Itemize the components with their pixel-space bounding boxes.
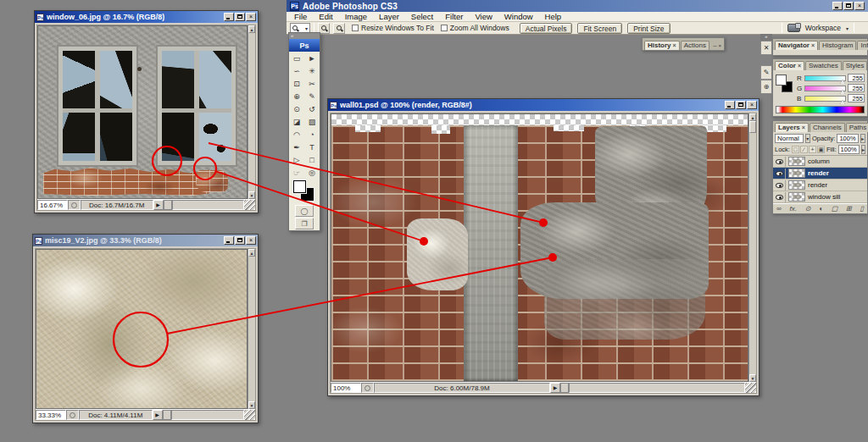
- shape-tool[interactable]: □: [304, 153, 320, 166]
- lock-transparency-icon[interactable]: □: [792, 146, 799, 153]
- new-layer-icon[interactable]: ⊞: [846, 205, 852, 213]
- channel-value-field[interactable]: 255: [848, 94, 865, 102]
- zoom-tool[interactable]: ◎: [304, 166, 320, 179]
- lasso-tool[interactable]: ∽: [289, 64, 304, 77]
- print-size-button[interactable]: Print Size: [627, 23, 670, 34]
- tab-history[interactable]: History×: [644, 41, 680, 50]
- tab-styles[interactable]: Styles: [843, 61, 868, 70]
- minimize-button[interactable]: [224, 236, 234, 245]
- scroll-thumb[interactable]: [749, 121, 756, 133]
- blend-mode-select[interactable]: Normal: [775, 134, 804, 143]
- visibility-toggle[interactable]: [774, 157, 786, 167]
- tab-layers[interactable]: Layers×: [775, 123, 809, 132]
- blend-mode-arrow-icon[interactable]: ▾: [805, 134, 810, 143]
- tab-navigator[interactable]: Navigator×: [775, 41, 818, 50]
- wall01-canvas[interactable]: [331, 113, 748, 382]
- channel-slider[interactable]: [804, 75, 846, 81]
- tab-color[interactable]: Color×: [775, 61, 804, 70]
- brush-tool[interactable]: ✎: [304, 90, 320, 102]
- layer-row[interactable]: column: [773, 156, 867, 168]
- menu-layer[interactable]: Layer: [373, 12, 405, 21]
- app-title-bar[interactable]: Ps Adobe Photoshop CS3 ×: [287, 0, 868, 12]
- tools-dock-icon[interactable]: ✕: [760, 41, 772, 55]
- app-minimize-button[interactable]: [832, 2, 843, 10]
- minimize-button[interactable]: [224, 13, 234, 21]
- tab-paths[interactable]: Paths: [846, 123, 868, 132]
- panel-minimize-icon[interactable]: ─: [713, 41, 716, 50]
- eraser-tool[interactable]: ◪: [289, 115, 304, 128]
- resize-grip[interactable]: [745, 383, 756, 393]
- maximize-button[interactable]: [235, 236, 245, 245]
- fill-arrow-icon[interactable]: ▸: [861, 145, 865, 154]
- go-to-bridge-icon[interactable]: [787, 24, 800, 32]
- blur-tool[interactable]: ◠: [289, 128, 304, 141]
- visibility-toggle[interactable]: [774, 192, 786, 202]
- status-menu-arrow-icon[interactable]: ▶: [550, 383, 560, 393]
- resize-grip[interactable]: [244, 200, 255, 210]
- dock-collapse-icon[interactable]: «: [760, 34, 772, 41]
- visibility-toggle[interactable]: [774, 180, 786, 191]
- layer-row[interactable]: window sill: [773, 191, 867, 203]
- pen-tool[interactable]: ✒: [289, 141, 304, 153]
- channel-value-field[interactable]: 255: [848, 84, 865, 92]
- lock-all-icon[interactable]: ▣: [817, 146, 825, 153]
- status-menu-arrow-icon[interactable]: ▶: [153, 200, 164, 210]
- opacity-arrow-icon[interactable]: ▸: [860, 134, 865, 143]
- quick-mask-button[interactable]: ◯: [295, 205, 314, 217]
- visibility-toggle[interactable]: [774, 169, 786, 179]
- panel-close-icon[interactable]: ×: [718, 41, 721, 50]
- zoom-level-field[interactable]: 16.67%: [37, 200, 68, 210]
- history-brush-tool[interactable]: ↺: [304, 102, 320, 115]
- zoom-all-option[interactable]: Zoom All Windows: [441, 24, 509, 32]
- layer-mask-icon[interactable]: ⊙: [805, 205, 811, 213]
- fit-screen-button[interactable]: Fit Screen: [577, 23, 622, 34]
- toolbox-collapse-icon[interactable]: «: [289, 33, 320, 39]
- slider-handle-icon[interactable]: [840, 80, 845, 84]
- clone-dock-icon[interactable]: ⊕: [760, 80, 772, 94]
- misc19-title-bar[interactable]: Ps misc19_V2.jpg @ 33.3% (RGB/8) ×: [33, 235, 258, 246]
- fill-field[interactable]: 100%: [838, 145, 860, 154]
- app-maximize-button[interactable]: [843, 2, 854, 10]
- menu-file[interactable]: File: [288, 12, 313, 21]
- scroll-down-icon[interactable]: ▼: [749, 374, 756, 382]
- workspace-button[interactable]: Workspace: [805, 24, 841, 32]
- tab-close-icon[interactable]: ×: [798, 63, 801, 69]
- resize-windows-checkbox[interactable]: [352, 25, 359, 31]
- slice-tool[interactable]: ✂: [304, 77, 320, 90]
- window06-canvas[interactable]: [37, 25, 248, 199]
- menu-view[interactable]: View: [469, 12, 498, 21]
- channel-value-field[interactable]: 255: [848, 74, 865, 82]
- lock-image-icon[interactable]: ∕: [800, 146, 808, 153]
- tab-channels[interactable]: Channels: [810, 123, 845, 132]
- close-button[interactable]: ×: [246, 13, 256, 21]
- resize-grip[interactable]: [244, 410, 255, 420]
- delete-layer-icon[interactable]: ▯: [860, 205, 864, 213]
- channel-slider[interactable]: [804, 96, 846, 102]
- zoom-out-button[interactable]: [333, 23, 345, 34]
- menu-edit[interactable]: Edit: [313, 12, 338, 21]
- tab-histogram[interactable]: Histogram: [819, 41, 856, 50]
- clone-stamp-tool[interactable]: ⊙: [289, 102, 304, 115]
- scroll-up-icon[interactable]: ▲: [749, 113, 756, 121]
- zoom-all-checkbox[interactable]: [441, 25, 448, 31]
- zoom-level-field[interactable]: 33.33%: [36, 410, 66, 420]
- close-button[interactable]: ×: [747, 101, 757, 109]
- channel-slider[interactable]: [804, 86, 846, 91]
- healing-brush-tool[interactable]: ⊕: [289, 90, 304, 102]
- actual-pixels-button[interactable]: Actual Pixels: [520, 23, 573, 34]
- rectangular-marquee-tool[interactable]: ▭: [289, 52, 304, 64]
- type-tool[interactable]: T: [304, 141, 320, 153]
- layer-row[interactable]: render: [773, 168, 867, 180]
- close-button[interactable]: ×: [246, 236, 256, 245]
- vertical-scrollbar[interactable]: ▲ ▼: [248, 249, 255, 409]
- maximize-button[interactable]: [235, 13, 245, 21]
- tab-close-icon[interactable]: ×: [802, 124, 805, 130]
- layer-row[interactable]: render: [773, 180, 867, 191]
- adjustment-layer-icon[interactable]: ◐: [819, 205, 823, 213]
- maximize-button[interactable]: [736, 101, 746, 109]
- dodge-tool[interactable]: ◔: [304, 128, 320, 141]
- scroll-down-icon[interactable]: ▼: [248, 191, 255, 199]
- foreground-color-swatch[interactable]: [776, 75, 787, 86]
- lock-position-icon[interactable]: +: [809, 146, 816, 153]
- slider-handle-icon[interactable]: [840, 100, 845, 104]
